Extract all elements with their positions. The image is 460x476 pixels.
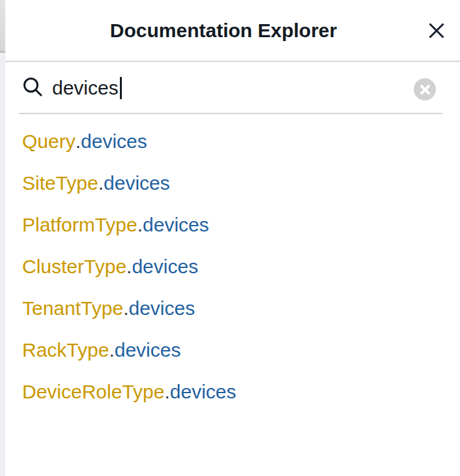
separator: . bbox=[76, 130, 81, 153]
search-result-item[interactable]: RackType.devices bbox=[5, 329, 460, 371]
documentation-explorer-panel: Documentation Explorer devices bbox=[5, 0, 460, 476]
search-result-item[interactable]: Query.devices bbox=[5, 121, 460, 162]
separator: . bbox=[109, 339, 114, 361]
type-name: SiteType bbox=[22, 172, 98, 194]
field-name: devices bbox=[132, 256, 198, 278]
search-input-value: devices bbox=[52, 77, 119, 99]
search-results-list: Query.devices SiteType.devices PlatformT… bbox=[5, 114, 460, 413]
type-name: ClusterType bbox=[22, 256, 126, 278]
panel-title: Documentation Explorer bbox=[25, 20, 422, 42]
separator: . bbox=[164, 381, 169, 403]
field-name: devices bbox=[128, 297, 195, 320]
clear-icon bbox=[420, 84, 431, 95]
type-name: TenantType bbox=[22, 297, 123, 320]
doc-explorer-title-bar: Documentation Explorer bbox=[5, 0, 460, 62]
background-toolbar-edge bbox=[0, 0, 5, 53]
field-name: devices bbox=[115, 339, 181, 361]
search-result-item[interactable]: TenantType.devices bbox=[5, 288, 460, 329]
field-name: devices bbox=[104, 172, 170, 194]
search-divider bbox=[19, 113, 442, 114]
search-result-item[interactable]: DeviceRoleType.devices bbox=[5, 371, 460, 413]
field-name: devices bbox=[170, 381, 237, 403]
type-name: PlatformType bbox=[22, 214, 137, 236]
search-input[interactable]: devices bbox=[52, 77, 122, 99]
text-cursor bbox=[120, 77, 122, 99]
graphiql-window: Documentation Explorer devices bbox=[0, 0, 460, 476]
type-name: DeviceRoleType bbox=[22, 381, 164, 403]
search-result-item[interactable]: PlatformType.devices bbox=[5, 204, 460, 246]
separator: . bbox=[98, 172, 104, 194]
search-bar: devices bbox=[5, 62, 460, 114]
field-name: devices bbox=[81, 130, 147, 153]
close-icon bbox=[427, 21, 446, 40]
separator: . bbox=[126, 256, 132, 278]
search-icon bbox=[22, 77, 44, 99]
search-result-item[interactable]: ClusterType.devices bbox=[5, 246, 460, 288]
close-button[interactable] bbox=[422, 16, 451, 45]
clear-search-button[interactable] bbox=[414, 78, 436, 100]
type-name: RackType bbox=[22, 339, 109, 361]
type-name: Query bbox=[22, 130, 76, 153]
separator: . bbox=[137, 214, 143, 236]
field-name: devices bbox=[143, 214, 209, 236]
search-result-item[interactable]: SiteType.devices bbox=[5, 162, 460, 204]
background-editor-edge bbox=[0, 0, 5, 476]
separator: . bbox=[123, 297, 128, 320]
